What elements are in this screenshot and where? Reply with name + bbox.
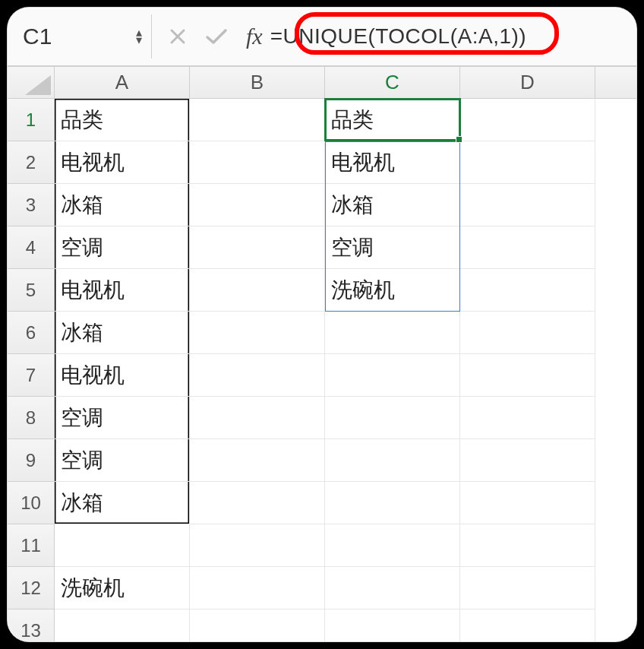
cell-D8[interactable]: [460, 397, 595, 439]
name-box[interactable]: C1 ▴ ▾: [12, 14, 152, 59]
row-header-6[interactable]: 6: [8, 312, 55, 354]
col-header-C[interactable]: C: [325, 67, 460, 98]
formula-input[interactable]: =UNIQUE(TOCOL(A:A,1)): [270, 24, 636, 49]
cell-B4[interactable]: [190, 226, 325, 269]
row-header-13[interactable]: 13: [8, 609, 55, 641]
cell-C1[interactable]: 品类: [325, 99, 460, 141]
cell-A10[interactable]: 冰箱: [55, 482, 190, 524]
cell-C5[interactable]: 洗碗机: [325, 269, 460, 312]
cell-C4[interactable]: 空调: [325, 226, 460, 269]
cell-B1[interactable]: [190, 99, 325, 141]
select-all-corner[interactable]: [8, 67, 55, 98]
confirm-icon[interactable]: [205, 27, 228, 46]
cell-B6[interactable]: [190, 312, 325, 354]
cell-A9[interactable]: 空调: [55, 439, 190, 482]
cell-D7[interactable]: [460, 354, 595, 397]
row-header-12[interactable]: 12: [8, 567, 55, 609]
cell-C8[interactable]: [325, 397, 460, 439]
cell-D4[interactable]: [460, 226, 595, 269]
row-header-10[interactable]: 10: [8, 482, 55, 524]
cell-A5[interactable]: 电视机: [55, 269, 190, 312]
cell-A4[interactable]: 空调: [55, 226, 190, 269]
cell-B10[interactable]: [190, 482, 325, 524]
col-header-D[interactable]: D: [460, 67, 595, 98]
cell-A1[interactable]: 品类: [55, 99, 190, 141]
formula-bar: C1 ▴ ▾ fx =UNIQUE(TOCOL(A:A,1)): [8, 8, 636, 67]
cell-A6[interactable]: 冰箱: [55, 312, 190, 354]
chevron-down-icon[interactable]: ▾: [136, 36, 142, 44]
cell-D6[interactable]: [460, 312, 595, 354]
cell-D2[interactable]: [460, 141, 595, 184]
cell-B12[interactable]: [190, 567, 325, 609]
cell-D10[interactable]: [460, 482, 595, 524]
cancel-icon[interactable]: [169, 27, 187, 46]
cell-C2[interactable]: 电视机: [325, 141, 460, 184]
worksheet[interactable]: A B C D 1 品类 品类 2 电视机 电视机 3: [8, 67, 636, 641]
cell-C10[interactable]: [325, 482, 460, 524]
row-header-11[interactable]: 11: [8, 524, 55, 567]
cell-B9[interactable]: [190, 439, 325, 482]
cell-B2[interactable]: [190, 141, 325, 184]
spreadsheet-window: C1 ▴ ▾ fx =UNIQUE(TOCOL(A:A,1)): [8, 8, 636, 641]
row-header-2[interactable]: 2: [8, 141, 55, 184]
cell-B3[interactable]: [190, 184, 325, 226]
cell-B7[interactable]: [190, 354, 325, 397]
cell-C6[interactable]: [325, 312, 460, 354]
row-header-3[interactable]: 3: [8, 184, 55, 226]
cell-C9[interactable]: [325, 439, 460, 482]
row-header-8[interactable]: 8: [8, 397, 55, 439]
cell-D1[interactable]: [460, 99, 595, 141]
row-header-4[interactable]: 4: [8, 226, 55, 269]
cell-D11[interactable]: [460, 524, 595, 567]
cell-D9[interactable]: [460, 439, 595, 482]
cell-A2[interactable]: 电视机: [55, 141, 190, 184]
name-box-stepper[interactable]: ▴ ▾: [136, 29, 142, 44]
row-header-7[interactable]: 7: [8, 354, 55, 397]
cell-A3[interactable]: 冰箱: [55, 184, 190, 226]
cell-A11[interactable]: [55, 524, 190, 567]
cell-B11[interactable]: [190, 524, 325, 567]
cell-D12[interactable]: [460, 567, 595, 609]
cell-C3[interactable]: 冰箱: [325, 184, 460, 226]
cell-A12[interactable]: 洗碗机: [55, 567, 190, 609]
cell-B8[interactable]: [190, 397, 325, 439]
name-box-value: C1: [23, 24, 52, 49]
row-header-9[interactable]: 9: [8, 439, 55, 482]
cell-C12[interactable]: [325, 567, 460, 609]
cell-D3[interactable]: [460, 184, 595, 226]
row-header-1[interactable]: 1: [8, 99, 55, 141]
cell-D5[interactable]: [460, 269, 595, 312]
cell-D13[interactable]: [460, 609, 595, 641]
col-header-A[interactable]: A: [55, 67, 190, 98]
cell-A8[interactable]: 空调: [55, 397, 190, 439]
cell-C11[interactable]: [325, 524, 460, 567]
fx-icon[interactable]: fx: [246, 24, 263, 49]
cell-C13[interactable]: [325, 609, 460, 641]
cell-A13[interactable]: [55, 609, 190, 641]
cell-B13[interactable]: [190, 609, 325, 641]
cell-A7[interactable]: 电视机: [55, 354, 190, 397]
cell-C7[interactable]: [325, 354, 460, 397]
row-header-5[interactable]: 5: [8, 269, 55, 312]
column-headers: A B C D: [8, 67, 636, 99]
col-header-B[interactable]: B: [190, 67, 325, 98]
cell-B5[interactable]: [190, 269, 325, 312]
